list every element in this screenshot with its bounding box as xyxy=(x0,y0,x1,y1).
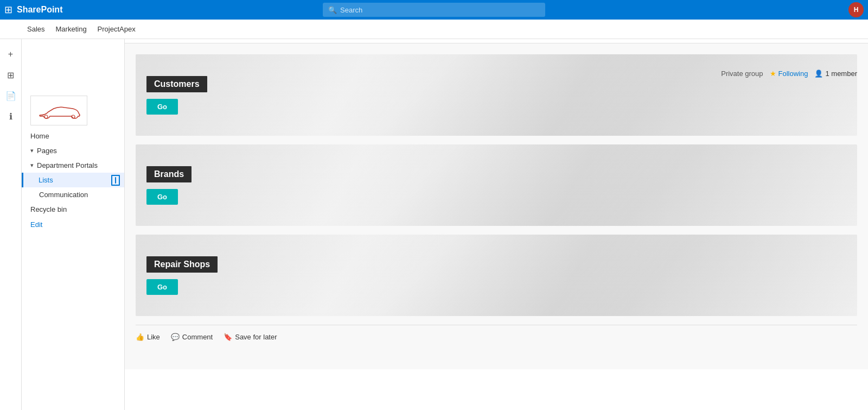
info-icon-btn[interactable]: ℹ xyxy=(2,108,20,125)
brands-go-button[interactable]: Go xyxy=(146,189,178,205)
star-icon: ★ xyxy=(770,70,776,78)
nav-lists-wrapper: Lists xyxy=(22,173,124,187)
dept-chevron-icon: ▾ xyxy=(30,162,34,169)
repair-shops-title: Repair Shops xyxy=(146,256,218,273)
secondary-nav: Sales Marketing ProjectApex xyxy=(0,20,868,39)
save-icon: 🔖 xyxy=(224,333,232,341)
topbar: ⊞ SharePoint 🔍 H xyxy=(0,0,868,20)
infobar: Private group ★ Following 👤 1 member xyxy=(721,70,857,78)
customers-title: Customers xyxy=(146,76,207,92)
group-type: Private group xyxy=(721,70,763,78)
comment-button[interactable]: 💬 Comment xyxy=(171,333,213,341)
apps-icon-btn[interactable]: ⊞ xyxy=(2,66,20,84)
like-button[interactable]: 👍 Like xyxy=(136,333,160,341)
nav-edit-link[interactable]: Edit xyxy=(30,220,42,229)
secondary-nav-projectapex[interactable]: ProjectApex xyxy=(98,25,136,33)
like-icon: 👍 xyxy=(136,333,144,341)
customers-card: Customers Go xyxy=(136,54,857,136)
nav-communication[interactable]: Communication xyxy=(22,187,124,202)
sidebar-icons: ⌂ + ⊞ 📄 ℹ xyxy=(0,20,22,369)
nav-pages-section[interactable]: ▾ Pages xyxy=(22,143,124,158)
secondary-nav-sales[interactable]: Sales xyxy=(27,25,45,33)
site-logo xyxy=(30,96,87,125)
pages-chevron-icon: ▾ xyxy=(30,147,34,154)
brands-card: Brands Go xyxy=(136,144,857,226)
nav-lists[interactable]: Lists xyxy=(23,173,124,187)
comment-icon: 💬 xyxy=(171,333,180,341)
logo-image xyxy=(35,100,84,122)
svg-point-0 xyxy=(44,115,48,118)
repair-shops-go-button[interactable]: Go xyxy=(146,279,178,295)
secondary-nav-marketing[interactable]: Marketing xyxy=(56,25,87,33)
brands-title: Brands xyxy=(146,166,192,182)
nav-department-portals-section[interactable]: ▾ Department Portals xyxy=(22,158,124,173)
member-info[interactable]: 👤 1 member xyxy=(814,70,857,78)
customers-go-button[interactable]: Go xyxy=(146,99,178,115)
left-nav: Home ▾ Pages ▾ Department Portals Lists … xyxy=(22,20,125,369)
repair-shops-card: Repair Shops Go xyxy=(136,235,857,316)
bottombar: 👍 Like 💬 Comment 🔖 Save for later xyxy=(136,325,857,349)
search-input[interactable] xyxy=(340,6,535,14)
user-avatar[interactable]: H xyxy=(848,2,864,17)
person-icon: 👤 xyxy=(814,70,823,78)
nav-recycle-bin[interactable]: Recycle bin xyxy=(22,202,124,217)
save-button[interactable]: 🔖 Save for later xyxy=(224,333,277,341)
following-button[interactable]: ★ Following xyxy=(770,70,808,78)
search-icon: 🔍 xyxy=(328,6,337,14)
main-content: Private group ★ Following 👤 1 member + N… xyxy=(125,20,868,369)
page-content: Customers Go Brands Go Repair Shops Go 👍… xyxy=(125,43,868,369)
waffle-icon[interactable]: ⊞ xyxy=(4,4,12,16)
app-name: SharePoint xyxy=(17,5,62,15)
create-icon-btn[interactable]: + xyxy=(2,46,20,63)
search-box: 🔍 xyxy=(323,3,545,17)
pages-icon-btn[interactable]: 📄 xyxy=(2,87,20,104)
